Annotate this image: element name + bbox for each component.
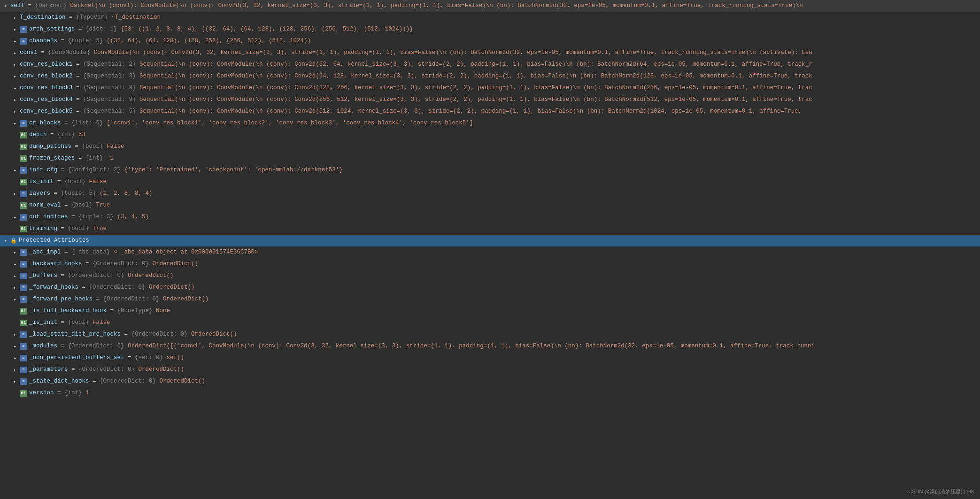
toggle-icon-conv_res_block2[interactable]: ▸ xyxy=(11,73,19,80)
toggle-icon-conv_res_block5[interactable]: ▸ xyxy=(11,108,19,115)
type-icon-_parameters: ≡ xyxy=(20,367,27,373)
tree-row-conv_res_block4[interactable]: ▸conv_res_block4 = {Sequential: 9} Seque… xyxy=(0,94,980,106)
tree-row-_state_dict_hooks[interactable]: ▸≡_state_dict_hooks = {OrderedDict: 0} O… xyxy=(0,376,980,387)
toggle-icon-conv1[interactable]: ▸ xyxy=(11,49,19,57)
toggle-icon-_is_full_backward_hook[interactable] xyxy=(11,307,19,315)
toggle-icon-cr_blocks[interactable]: ▸ xyxy=(11,120,19,127)
tree-row-protected_attrs[interactable]: ▾🔒Protected Attributes xyxy=(0,235,980,246)
row-content-conv_res_block4: conv_res_block4 = {Sequential: 9} Sequen… xyxy=(20,97,812,103)
toggle-icon-version[interactable] xyxy=(11,390,19,397)
toggle-icon-arch_settings[interactable]: ▸ xyxy=(11,26,19,33)
row-content-version: version = {int} 1 xyxy=(29,390,89,396)
type-icon-_is_init: 01 xyxy=(20,320,27,326)
tree-row-frozen_stages[interactable]: 01frozen_stages = {int} -1 xyxy=(0,153,980,164)
toggle-icon-out_indices[interactable]: ▸ xyxy=(11,214,19,221)
toggle-icon-training[interactable] xyxy=(11,225,19,233)
tree-row-conv_res_block3[interactable]: ▸conv_res_block3 = {Sequential: 9} Seque… xyxy=(0,82,980,94)
type-icon-is_init: 01 xyxy=(20,179,27,185)
type-icon-dump_patches: 01 xyxy=(20,144,27,150)
toggle-icon-_is_init[interactable] xyxy=(11,319,19,327)
toggle-icon-self[interactable]: ▾ xyxy=(2,2,9,10)
type-icon-out_indices: ≡ xyxy=(20,214,27,221)
toggle-icon-conv_res_block3[interactable]: ▸ xyxy=(11,84,19,92)
toggle-icon-conv_res_block4[interactable]: ▸ xyxy=(11,96,19,104)
type-icon-_abc_impl: ≡ xyxy=(20,249,27,256)
row-content-T_destination: T_destination = {TypeVar} ~T_destination xyxy=(20,15,161,21)
tree-row-conv_res_block1[interactable]: ▸conv_res_block1 = {Sequential: 2} Seque… xyxy=(0,59,980,70)
toggle-icon-layers[interactable]: ▸ xyxy=(11,190,19,198)
tree-row-conv1[interactable]: ▸conv1 = {ConvModule} ConvModule(\n (con… xyxy=(0,47,980,59)
tree-row-_forward_hooks[interactable]: ▸≡_forward_hooks = {OrderedDict: 0} Orde… xyxy=(0,282,980,293)
row-content-_forward_hooks: _forward_hooks = {OrderedDict: 0} Ordere… xyxy=(29,284,195,291)
toggle-icon-_abc_impl[interactable]: ▸ xyxy=(11,249,19,256)
toggle-icon-_non_persistent_buffers_set[interactable]: ▸ xyxy=(11,354,19,362)
tree-row-init_cfg[interactable]: ▸≡init_cfg = {ConfigDict: 2} {'type': 'P… xyxy=(0,164,980,176)
tree-row-is_init[interactable]: 01is_init = {bool} False xyxy=(0,176,980,188)
toggle-icon-protected_attrs[interactable]: ▾ xyxy=(2,237,9,245)
toggle-icon-init_cfg[interactable]: ▸ xyxy=(11,167,19,174)
tree-row-out_indices[interactable]: ▸≡out indices = {tuple: 3} (3, 4, 5) xyxy=(0,211,980,223)
toggle-icon-norm_eval[interactable] xyxy=(11,202,19,209)
tree-row-norm_eval[interactable]: 01norm_eval = {bool} True xyxy=(0,200,980,211)
toggle-icon-_modules[interactable]: ▸ xyxy=(11,343,19,350)
toggle-icon-_parameters[interactable]: ▸ xyxy=(11,366,19,374)
tree-row-_parameters[interactable]: ▸≡_parameters = {OrderedDict: 0} Ordered… xyxy=(0,364,980,376)
tree-row-T_destination[interactable]: ▸T_destination = {TypeVar} ~T_destinatio… xyxy=(0,12,980,23)
toggle-icon-is_init[interactable] xyxy=(11,178,19,186)
type-icon-depth: 01 xyxy=(20,132,27,138)
tree-row-dump_patches[interactable]: 01dump_patches = {bool} False xyxy=(0,141,980,153)
tree-row-version[interactable]: 01version = {int} 1 xyxy=(0,387,980,399)
tree-row-_forward_pre_hooks[interactable]: ▸≡_forward_pre_hooks = {OrderedDict: 0} … xyxy=(0,293,980,305)
row-content-arch_settings: arch_settings = {dict: 1} {53: ((1, 2, 8… xyxy=(29,26,413,32)
row-content-is_init: is_init = {bool} False xyxy=(29,179,107,185)
type-icon-arch_settings: ≡ xyxy=(20,26,27,33)
tree-row-_backward_hooks[interactable]: ▸≡_backward_hooks = {OrderedDict: 0} Ord… xyxy=(0,258,980,270)
tree-row-self[interactable]: ▾self = {Darknet} Darknet(\n (conv1): Co… xyxy=(0,0,980,12)
toggle-icon-T_destination[interactable]: ▸ xyxy=(11,14,19,22)
tree-row-conv_res_block5[interactable]: ▸conv_res_block5 = {Sequential: 5} Seque… xyxy=(0,106,980,117)
row-content-depth: depth = {int} 53 xyxy=(29,132,85,138)
toggle-icon-dump_patches[interactable] xyxy=(11,143,19,151)
tree-row-_is_full_backward_hook[interactable]: 01_is_full_backward_hook = {NoneType} No… xyxy=(0,305,980,317)
toggle-icon-_forward_pre_hooks[interactable]: ▸ xyxy=(11,296,19,303)
type-icon-_buffers: ≡ xyxy=(20,273,27,279)
row-content-frozen_stages: frozen_stages = {int} -1 xyxy=(29,155,114,161)
row-content-_forward_pre_hooks: _forward_pre_hooks = {OrderedDict: 0} Or… xyxy=(29,296,209,302)
toggle-icon-channels[interactable]: ▸ xyxy=(11,38,19,45)
toggle-icon-_state_dict_hooks[interactable]: ▸ xyxy=(11,378,19,385)
tree-row-_buffers[interactable]: ▸≡_buffers = {OrderedDict: 0} OrderedDic… xyxy=(0,270,980,282)
type-icon-layers: ≡ xyxy=(20,191,27,197)
row-content-conv_res_block1: conv_res_block1 = {Sequential: 2} Sequen… xyxy=(20,61,812,68)
tree-row-cr_blocks[interactable]: ▸≡cr_blocks = {list: 6} ['conv1', 'conv_… xyxy=(0,117,980,129)
type-icon-init_cfg: ≡ xyxy=(20,167,27,174)
row-content-dump_patches: dump_patches = {bool} False xyxy=(29,144,124,150)
tree-row-arch_settings[interactable]: ▸≡arch_settings = {dict: 1} {53: ((1, 2,… xyxy=(0,23,980,35)
toggle-icon-_load_state_dict_pre_hooks[interactable]: ▸ xyxy=(11,331,19,338)
tree-row-_modules[interactable]: ▸≡_modules = {OrderedDict: 6} OrderedDic… xyxy=(0,340,980,352)
toggle-icon-depth[interactable] xyxy=(11,131,19,139)
row-content-_load_state_dict_pre_hooks: _load_state_dict_pre_hooks = {OrderedDic… xyxy=(29,331,237,338)
type-icon-channels: ≡ xyxy=(20,38,27,45)
row-content-_state_dict_hooks: _state_dict_hooks = {OrderedDict: 0} Ord… xyxy=(29,378,205,384)
toggle-icon-_backward_hooks[interactable]: ▸ xyxy=(11,261,19,268)
toggle-icon-conv_res_block1[interactable]: ▸ xyxy=(11,61,19,69)
tree-row-depth[interactable]: 01depth = {int} 53 xyxy=(0,129,980,141)
toggle-icon-frozen_stages[interactable] xyxy=(11,155,19,162)
tree-container[interactable]: ▾self = {Darknet} Darknet(\n (conv1): Co… xyxy=(0,0,980,499)
row-content-training: training = {bool} True xyxy=(29,226,107,232)
tree-row-_is_init[interactable]: 01_is_init = {bool} False xyxy=(0,317,980,329)
tree-row-layers[interactable]: ▸≡layers = {tuple: 5} (1, 2, 8, 8, 4) xyxy=(0,188,980,200)
row-content-conv_res_block3: conv_res_block3 = {Sequential: 9} Sequen… xyxy=(20,85,812,91)
row-content-channels: channels = {tuple: 5} ((32, 64), (64, 12… xyxy=(29,38,311,44)
tree-row-channels[interactable]: ▸≡channels = {tuple: 5} ((32, 64), (64, … xyxy=(0,35,980,47)
tree-row-_load_state_dict_pre_hooks[interactable]: ▸≡_load_state_dict_pre_hooks = {OrderedD… xyxy=(0,329,980,340)
toggle-icon-_buffers[interactable]: ▸ xyxy=(11,272,19,280)
row-content-cr_blocks: cr_blocks = {list: 6} ['conv1', 'conv_re… xyxy=(29,120,473,126)
tree-row-_abc_impl[interactable]: ▸≡_abc_impl = { abc_data} < _abc_data ob… xyxy=(0,246,980,258)
row-content-layers: layers = {tuple: 5} (1, 2, 8, 8, 4) xyxy=(29,191,153,197)
tree-row-training[interactable]: 01training = {bool} True xyxy=(0,223,980,235)
toggle-icon-_forward_hooks[interactable]: ▸ xyxy=(11,284,19,292)
tree-row-_non_persistent_buffers_set[interactable]: ▸≡_non_persistent_buffers_set = {set: 0}… xyxy=(0,352,980,364)
row-content-_parameters: _parameters = {OrderedDict: 0} OrderedDi… xyxy=(29,367,184,373)
tree-row-conv_res_block2[interactable]: ▸conv_res_block2 = {Sequential: 3} Seque… xyxy=(0,70,980,82)
